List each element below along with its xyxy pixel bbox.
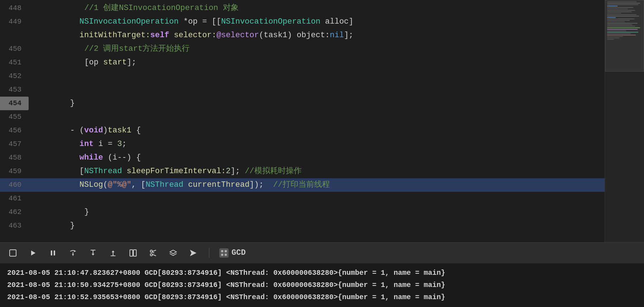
console-line-2: 2021-08-05 21:10:50.934275+0800 GCD[8029… [7, 279, 637, 291]
svg-marker-1 [31, 250, 35, 255]
gcd-label: GCD [231, 248, 246, 257]
svg-point-16 [150, 254, 152, 256]
line-number-455: 455 [0, 110, 29, 124]
line-number-458: 458 [0, 151, 29, 165]
code-content: 448 //1 创建NSInvocationOperation 对象 449 N… [0, 0, 605, 242]
svg-rect-21 [221, 250, 223, 252]
minimap-content [605, 0, 644, 242]
line-number-450: 450 [0, 42, 29, 56]
toolbar-icon-scissors[interactable] [147, 247, 159, 259]
console-line-3: 2021-08-05 21:10:52.935653+0800 GCD[8029… [7, 291, 637, 303]
svg-point-15 [150, 250, 152, 252]
line-number-448: 448 [0, 1, 29, 15]
svg-rect-14 [133, 250, 136, 256]
code-line-452: 452 [0, 69, 605, 83]
svg-rect-24 [225, 254, 227, 256]
svg-marker-4 [74, 250, 75, 252]
svg-marker-6 [72, 254, 74, 255]
toolbar-icon-step-out[interactable] [107, 247, 119, 259]
line-number-451: 451 [0, 56, 29, 69]
minimap-viewport [605, 0, 644, 72]
code-line-460: 460 NSLog(@"%@", [NSThread currentThread… [0, 178, 605, 192]
toolbar-icon-pause[interactable] [47, 247, 59, 259]
toolbar-icon-step-over[interactable] [67, 247, 79, 259]
svg-line-18 [152, 254, 156, 256]
line-number-461: 461 [0, 192, 29, 205]
toolbar: GCD [0, 242, 644, 263]
code-line-454: 454 } [0, 97, 605, 110]
code-line-451: 451 [op start]; [0, 56, 605, 69]
line-number-449: 449 [0, 15, 29, 29]
svg-marker-11 [112, 250, 114, 252]
line-number-453: 453 [0, 83, 29, 97]
svg-rect-22 [225, 250, 227, 252]
code-editor: 448 //1 创建NSInvocationOperation 对象 449 N… [0, 0, 644, 242]
svg-rect-13 [130, 250, 133, 256]
minimap [605, 0, 644, 242]
line-number-452: 452 [0, 69, 29, 83]
svg-marker-20 [190, 250, 196, 256]
toolbar-separator [209, 248, 209, 258]
line-number-462: 462 [0, 205, 29, 219]
toolbar-icon-step-into[interactable] [87, 247, 99, 259]
line-number-459: 459 [0, 165, 29, 178]
svg-rect-23 [221, 254, 223, 256]
toolbar-gcd-section: GCD [219, 248, 246, 258]
console-line-1: 2021-08-05 21:10:47.823627+0800 GCD[8029… [7, 267, 637, 279]
code-line-463: 463 } [0, 219, 605, 233]
console-output: 2021-08-05 21:10:47.823627+0800 GCD[8029… [0, 263, 644, 307]
toolbar-icon-arrow-right[interactable] [27, 247, 39, 259]
svg-line-17 [152, 250, 156, 252]
toolbar-icon-layers[interactable] [167, 247, 179, 259]
line-number-463: 463 [0, 219, 29, 233]
svg-rect-0 [10, 250, 16, 256]
line-code-463: } [29, 205, 605, 242]
line-number-456: 456 [0, 124, 29, 137]
svg-marker-8 [92, 254, 94, 255]
svg-line-19 [152, 252, 154, 253]
svg-rect-3 [54, 250, 55, 255]
toolbar-icon-send[interactable] [187, 247, 199, 259]
line-number-449b: 449 [0, 29, 29, 42]
svg-rect-2 [51, 250, 52, 255]
gcd-grid-icon [219, 248, 229, 258]
line-number-460: 460 [0, 178, 29, 192]
toolbar-icon-view[interactable] [127, 247, 139, 259]
toolbar-icon-square[interactable] [7, 247, 19, 259]
line-number-454: 454 [0, 97, 29, 110]
line-number-457: 457 [0, 137, 29, 151]
